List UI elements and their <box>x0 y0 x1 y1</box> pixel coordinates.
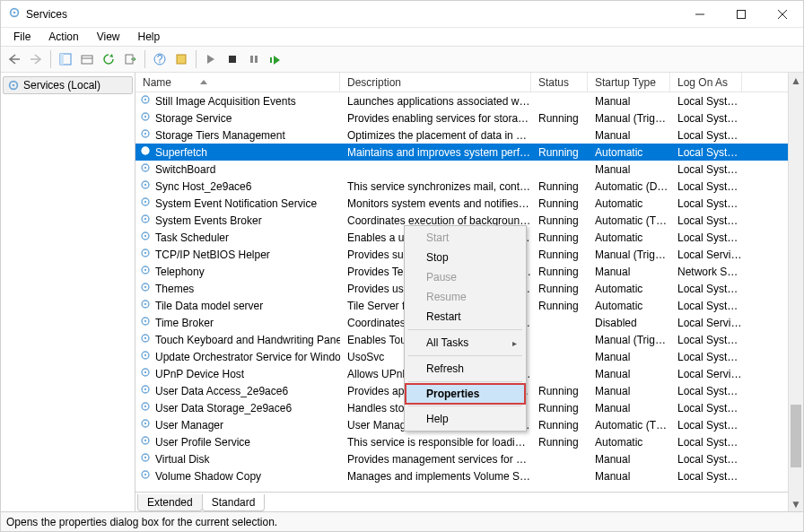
service-row[interactable]: Virtual DiskProvides management services… <box>135 450 803 467</box>
cell-logon-as: Local Syste… <box>670 112 742 125</box>
column-header-description[interactable]: Description <box>340 73 531 92</box>
service-row[interactable]: SwitchBoardManualLocal Syste… <box>135 161 803 178</box>
service-icon <box>139 110 152 126</box>
service-name-label: System Events Broker <box>155 214 262 227</box>
service-icon <box>139 315 152 330</box>
cell-name: User Manager <box>135 417 340 432</box>
refresh-toolbar-button[interactable] <box>99 49 118 69</box>
cell-startup-type: Manual <box>588 470 670 483</box>
service-row[interactable]: Volume Shadow CopyManages and implements… <box>135 467 803 484</box>
cell-startup-type: Manual (Trig… <box>588 112 670 125</box>
tree-node-services-local[interactable]: Services (Local) <box>3 76 133 94</box>
service-row[interactable]: Still Image Acquisition EventsLaunches a… <box>135 92 803 109</box>
service-row[interactable]: Storage Tiers ManagementOptimizes the pl… <box>135 126 803 144</box>
service-row[interactable]: System Event Notification ServiceMonitor… <box>135 195 803 212</box>
svg-point-1 <box>13 12 16 14</box>
cell-description: Manages and implements Volume S… <box>340 470 531 483</box>
tab-standard[interactable]: Standard <box>202 494 266 511</box>
show-hide-tree-button[interactable] <box>56 49 75 69</box>
cell-name: Volume Shadow Copy <box>135 468 340 484</box>
svg-point-41 <box>144 269 146 271</box>
service-name-label: User Data Storage_2e9ace6 <box>155 402 292 414</box>
separator <box>144 50 145 68</box>
vertical-scrollbar[interactable]: ▲ ▼ <box>788 73 803 511</box>
help-toolbar-button[interactable]: ? <box>150 49 170 69</box>
cell-name: Virtual Disk <box>135 451 340 467</box>
start-service-button[interactable] <box>201 49 221 69</box>
svg-point-47 <box>144 320 146 322</box>
cell-logon-as: Local Syste… <box>670 214 742 227</box>
svg-point-27 <box>144 150 146 152</box>
cell-description: This service synchronizes mail, conta… <box>340 180 531 193</box>
cell-status: Running <box>531 146 588 159</box>
cell-startup-type: Disabled <box>588 317 670 329</box>
cell-status: Running <box>531 112 588 125</box>
cell-startup-type: Manual <box>588 402 670 414</box>
menu-view[interactable]: View <box>90 29 127 45</box>
svg-point-19 <box>13 84 15 87</box>
maximize-button[interactable] <box>721 1 762 28</box>
column-header-name[interactable]: Name <box>135 73 340 92</box>
cell-startup-type: Automatic <box>588 436 670 449</box>
cell-name: TCP/IP NetBIOS Helper <box>135 247 340 262</box>
cell-startup-type: Automatic <box>588 146 670 159</box>
left-tree-pane[interactable]: Services (Local) <box>1 73 135 511</box>
cell-status: Running <box>531 266 588 278</box>
svg-point-43 <box>144 286 146 288</box>
cell-description: Monitors system events and notifies … <box>340 197 531 210</box>
service-name-label: Volume Shadow Copy <box>155 470 261 483</box>
column-header-status[interactable]: Status <box>531 73 588 92</box>
column-header-startup-type[interactable]: Startup Type <box>588 73 670 92</box>
close-button[interactable] <box>762 1 803 28</box>
cell-startup-type: Automatic (D… <box>588 180 670 193</box>
cell-startup-type: Manual <box>588 385 670 397</box>
pause-service-button[interactable] <box>244 49 264 69</box>
back-button[interactable] <box>4 49 24 69</box>
menu-action[interactable]: Action <box>41 29 85 45</box>
stop-service-button[interactable] <box>223 49 242 69</box>
export-list-button[interactable] <box>120 49 140 69</box>
scroll-up-arrow[interactable]: ▲ <box>789 73 803 88</box>
menu-help[interactable]: Help <box>131 29 168 45</box>
service-row[interactable]: SuperfetchMaintains and improves system … <box>135 144 803 161</box>
column-header-logon-as[interactable]: Log On As <box>670 73 742 92</box>
cell-logon-as: Local Syste… <box>670 283 742 295</box>
cell-status: Running <box>531 436 588 449</box>
scroll-down-arrow[interactable]: ▼ <box>789 496 803 511</box>
context-menu-restart[interactable]: Restart <box>406 307 524 327</box>
properties-toolbar-button[interactable] <box>77 49 97 69</box>
svg-point-23 <box>144 116 146 118</box>
svg-point-65 <box>144 474 146 475</box>
service-icon <box>139 127 152 143</box>
toolbar-icon[interactable] <box>171 49 191 69</box>
menubar: File Action View Help <box>1 28 803 46</box>
service-row[interactable]: Sync Host_2e9ace6This service synchroniz… <box>135 178 803 195</box>
service-name-label: SwitchBoard <box>155 163 215 176</box>
context-menu-start: Start <box>406 228 524 248</box>
context-menu-refresh[interactable]: Refresh <box>406 359 524 379</box>
forward-button[interactable] <box>26 49 46 69</box>
tab-extended[interactable]: Extended <box>137 494 203 511</box>
minimize-button[interactable] <box>679 1 721 28</box>
cell-status: Running <box>531 197 588 210</box>
menu-file[interactable]: File <box>6 29 38 45</box>
restart-service-button[interactable] <box>266 49 285 69</box>
cell-logon-as: Local Service <box>670 249 742 261</box>
service-row[interactable]: User Profile ServiceThis service is resp… <box>135 433 803 450</box>
service-name-label: UPnP Device Host <box>155 368 244 380</box>
svg-point-49 <box>144 337 146 339</box>
service-name-label: Sync Host_2e9ace6 <box>155 180 251 193</box>
cell-description: Maintains and improves system perf… <box>340 146 531 159</box>
context-menu-all-tasks[interactable]: All Tasks <box>406 333 524 353</box>
service-row[interactable]: Storage ServiceProvides enabling service… <box>135 109 803 126</box>
svg-point-37 <box>144 235 146 237</box>
svg-point-33 <box>144 201 146 203</box>
context-menu-stop[interactable]: Stop <box>406 248 524 267</box>
scroll-thumb[interactable] <box>791 405 801 467</box>
context-menu-properties[interactable]: Properties <box>406 384 525 404</box>
context-menu-help[interactable]: Help <box>406 409 524 429</box>
cell-startup-type: Manual <box>588 163 670 176</box>
service-name-label: System Event Notification Service <box>155 197 317 210</box>
cell-startup-type: Manual <box>588 95 670 108</box>
service-icon <box>139 144 152 160</box>
